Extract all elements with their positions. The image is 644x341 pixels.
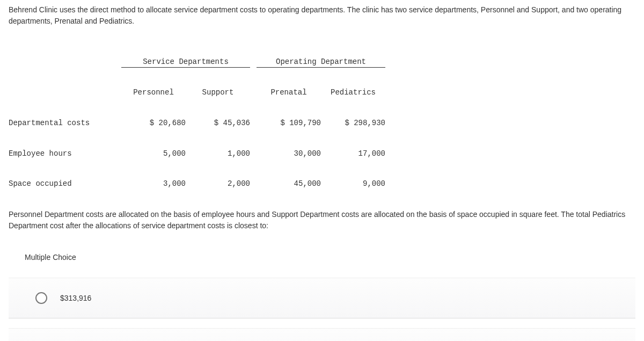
cell-value: 45,000	[257, 179, 321, 189]
multiple-choice-label: Multiple Choice	[25, 253, 635, 262]
cell-value: 30,000	[257, 149, 321, 159]
choice-text: $313,916	[60, 294, 91, 302]
cell-value: 9,000	[321, 179, 385, 189]
header-service-departments: Service Departments	[121, 57, 250, 68]
choice-option[interactable]: $313,916	[9, 278, 635, 318]
table-row: Departmental costs $ 20,680 $ 45,036 $ 1…	[9, 118, 635, 128]
cell-value: $ 45,036	[186, 118, 250, 128]
header-operating-department: Operating Department	[257, 57, 385, 68]
cell-value: $ 298,930	[321, 118, 385, 128]
col-header-pediatrics: Pediatrics	[321, 88, 385, 98]
cell-value: 3,000	[121, 179, 186, 189]
cell-value: 17,000	[321, 149, 385, 159]
col-header-personnel: Personnel	[121, 88, 186, 98]
cell-value: 2,000	[186, 179, 250, 189]
table-row: Space occupied 3,000 2,000 45,000 9,000	[9, 179, 635, 189]
radio-icon	[35, 292, 47, 304]
col-header-support: Support	[186, 88, 250, 98]
row-label: Employee hours	[9, 149, 121, 159]
question-body-text: Personnel Department costs are allocated…	[9, 209, 635, 231]
cell-value: $ 20,680	[121, 118, 186, 128]
col-header-prenatal: Prenatal	[257, 88, 321, 98]
choice-option[interactable]: $306,436	[9, 328, 635, 341]
row-label: Departmental costs	[9, 118, 121, 128]
cell-value: 1,000	[186, 149, 250, 159]
cell-value: $ 109,790	[257, 118, 321, 128]
question-intro-text: Behrend Clinic uses the direct method to…	[9, 4, 635, 27]
data-table: Service Departments Operating Department…	[9, 37, 635, 199]
table-row: Employee hours 5,000 1,000 30,000 17,000	[9, 149, 635, 159]
cell-value: 5,000	[121, 149, 186, 159]
row-label: Space occupied	[9, 179, 121, 189]
